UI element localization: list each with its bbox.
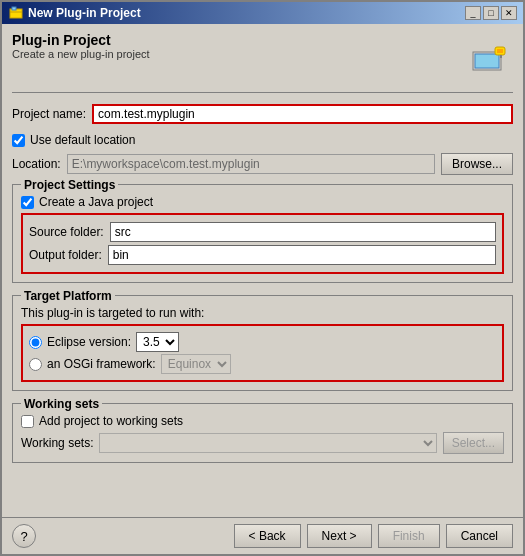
working-sets-title: Working sets xyxy=(21,397,102,411)
title-bar-buttons: _ □ ✕ xyxy=(465,6,517,20)
create-java-checkbox[interactable] xyxy=(21,196,34,209)
plugin-icon xyxy=(465,32,513,80)
main-window: New Plug-in Project _ □ ✕ Plug-in Projec… xyxy=(0,0,525,556)
source-folder-row: Source folder: xyxy=(29,222,496,242)
browse-button[interactable]: Browse... xyxy=(441,153,513,175)
select-button: Select... xyxy=(443,432,504,454)
output-folder-input[interactable] xyxy=(108,245,496,265)
svg-rect-6 xyxy=(497,49,503,53)
source-folder-input[interactable] xyxy=(110,222,496,242)
osgi-radio[interactable] xyxy=(29,358,42,371)
project-name-label: Project name: xyxy=(12,107,86,121)
source-folder-label: Source folder: xyxy=(29,225,104,239)
nav-buttons: < Back Next > Finish Cancel xyxy=(234,524,513,548)
project-name-input[interactable] xyxy=(92,104,513,124)
eclipse-version-label: Eclipse version: xyxy=(47,335,131,349)
osgi-select: Equinox xyxy=(161,354,231,374)
eclipse-version-radio[interactable] xyxy=(29,336,42,349)
window-icon xyxy=(8,5,24,21)
svg-rect-4 xyxy=(475,54,499,68)
close-button[interactable]: ✕ xyxy=(501,6,517,20)
page-title: Plug-in Project xyxy=(12,32,150,48)
minimize-button[interactable]: _ xyxy=(465,6,481,20)
output-folder-label: Output folder: xyxy=(29,248,102,262)
target-platform-group: Target Platform This plug-in is targeted… xyxy=(12,295,513,391)
help-button[interactable]: ? xyxy=(12,524,36,548)
window-title: New Plug-in Project xyxy=(28,6,141,20)
working-sets-label: Working sets: xyxy=(21,436,93,450)
add-to-working-sets-row: Add project to working sets xyxy=(21,414,504,428)
target-options-highlighted: Eclipse version: 3.5 3.4 3.3 an OSGi fra… xyxy=(21,324,504,382)
osgi-row: an OSGi framework: Equinox xyxy=(29,354,496,374)
target-platform-title: Target Platform xyxy=(21,289,115,303)
location-label: Location: xyxy=(12,157,61,171)
header-divider xyxy=(12,92,513,93)
use-default-location-row: Use default location xyxy=(12,133,513,147)
use-default-location-checkbox[interactable] xyxy=(12,134,25,147)
osgi-label: an OSGi framework: xyxy=(47,357,156,371)
dialog-content: Plug-in Project Create a new plug-in pro… xyxy=(2,24,523,517)
project-settings-title: Project Settings xyxy=(21,178,118,192)
header-text: Plug-in Project Create a new plug-in pro… xyxy=(12,32,150,60)
header-section: Plug-in Project Create a new plug-in pro… xyxy=(12,32,513,80)
create-java-row: Create a Java project xyxy=(21,195,504,209)
working-sets-content: Add project to working sets Working sets… xyxy=(21,414,504,454)
svg-rect-1 xyxy=(12,7,16,10)
project-settings-content: Create a Java project Source folder: Out… xyxy=(21,195,504,274)
project-settings-group: Project Settings Create a Java project S… xyxy=(12,184,513,283)
add-to-working-sets-checkbox[interactable] xyxy=(21,415,34,428)
eclipse-version-select[interactable]: 3.5 3.4 3.3 xyxy=(136,332,179,352)
page-subtitle: Create a new plug-in project xyxy=(12,48,150,60)
target-description: This plug-in is targeted to run with: xyxy=(21,306,204,320)
working-sets-group: Working sets Add project to working sets… xyxy=(12,403,513,463)
title-bar-left: New Plug-in Project xyxy=(8,5,141,21)
maximize-button[interactable]: □ xyxy=(483,6,499,20)
next-button[interactable]: Next > xyxy=(307,524,372,548)
header-icon xyxy=(465,32,513,80)
title-bar: New Plug-in Project _ □ ✕ xyxy=(2,2,523,24)
working-sets-row: Working sets: Select... xyxy=(21,432,504,454)
project-name-row: Project name: xyxy=(12,104,513,124)
location-row: Location: Browse... xyxy=(12,153,513,175)
add-to-working-sets-label: Add project to working sets xyxy=(39,414,183,428)
back-button[interactable]: < Back xyxy=(234,524,301,548)
output-folder-row: Output folder: xyxy=(29,245,496,265)
eclipse-version-row: Eclipse version: 3.5 3.4 3.3 xyxy=(29,332,496,352)
working-sets-select xyxy=(99,433,436,453)
use-default-location-label: Use default location xyxy=(30,133,135,147)
cancel-button[interactable]: Cancel xyxy=(446,524,513,548)
bottom-bar: ? < Back Next > Finish Cancel xyxy=(2,517,523,554)
location-input xyxy=(67,154,435,174)
target-platform-content: This plug-in is targeted to run with: Ec… xyxy=(21,306,504,382)
java-settings-highlighted: Source folder: Output folder: xyxy=(21,213,504,274)
finish-button: Finish xyxy=(378,524,440,548)
create-java-label: Create a Java project xyxy=(39,195,153,209)
